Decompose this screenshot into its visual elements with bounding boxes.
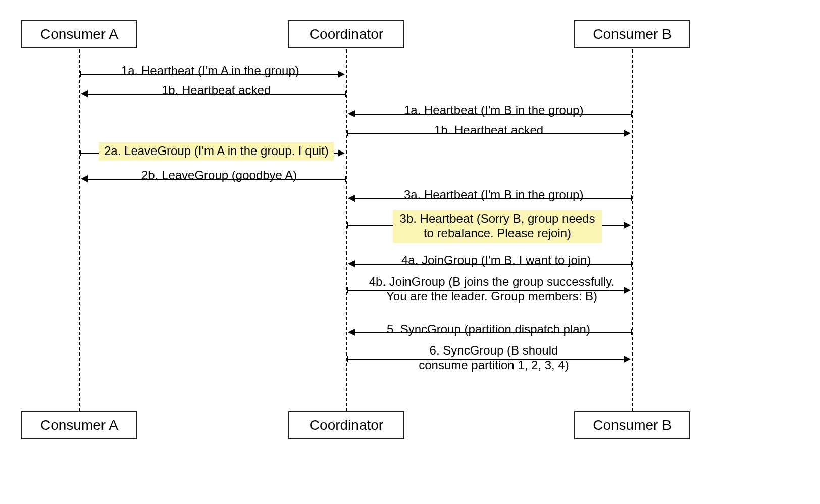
- actor-coordinator-bottom: Coordinator: [288, 411, 404, 439]
- actor-label: Consumer A: [40, 26, 118, 42]
- arrow-head-left-icon: [81, 175, 88, 182]
- actor-consumer-a-top: Consumer A: [21, 20, 137, 48]
- msg-4b: 4b. JoinGroup (B joins the group success…: [366, 275, 618, 304]
- actor-consumer-b-bottom: Consumer B: [574, 411, 690, 439]
- actor-coordinator-top: Coordinator: [288, 20, 404, 48]
- arrow-head-right-icon: [624, 222, 631, 229]
- msg-1b-b: 1b. Heartbeat acked: [434, 123, 543, 138]
- msg-4a: 4a. JoinGroup (I'm B. I want to join): [401, 253, 591, 268]
- actor-consumer-b-top: Consumer B: [574, 20, 690, 48]
- lifeline-b: [632, 49, 633, 411]
- actor-label: Coordinator: [310, 417, 383, 433]
- arrow-head-left-icon: [348, 110, 355, 117]
- msg-2a: 2a. LeaveGroup (I'm A in the group. I qu…: [99, 142, 334, 161]
- msg-1a-b: 1a. Heartbeat (I'm B in the group): [404, 103, 583, 118]
- msg-1a-a: 1a. Heartbeat (I'm A in the group): [121, 64, 299, 78]
- actor-label: Consumer B: [593, 417, 672, 433]
- arrow-head-right-icon: [624, 287, 631, 294]
- arrow-head-right-icon: [338, 71, 345, 78]
- msg-5: 5. SyncGroup (partition dispatch plan): [387, 322, 590, 337]
- arrow-head-left-icon: [348, 260, 355, 267]
- msg-1b-a: 1b. Heartbeat acked: [162, 83, 271, 98]
- actor-label: Consumer A: [40, 417, 118, 433]
- msg-2b: 2b. LeaveGroup (goodbye A): [141, 168, 297, 183]
- msg-3b: 3b. Heartbeat (Sorry B, group needs to r…: [393, 210, 602, 243]
- lifeline-a: [79, 49, 80, 411]
- arrow-head-right-icon: [338, 149, 345, 157]
- actor-label: Consumer B: [593, 26, 672, 42]
- arrow-head-right-icon: [624, 130, 631, 137]
- sequence-diagram: Consumer A Coordinator Consumer B Consum…: [0, 0, 820, 504]
- msg-6: 6. SyncGroup (B should consume partition…: [418, 343, 570, 373]
- arrow-head-right-icon: [624, 356, 631, 363]
- actor-label: Coordinator: [310, 26, 383, 42]
- arrow-head-left-icon: [81, 90, 88, 97]
- msg-3a: 3a. Heartbeat (I'm B in the group): [404, 188, 583, 203]
- arrow-head-left-icon: [348, 195, 355, 202]
- arrow-head-left-icon: [348, 329, 355, 336]
- actor-consumer-a-bottom: Consumer A: [21, 411, 137, 439]
